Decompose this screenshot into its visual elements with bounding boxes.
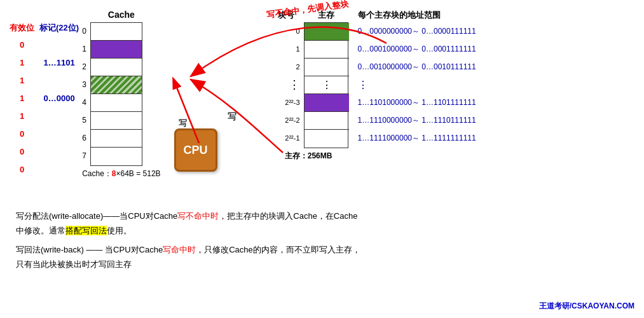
cache-block-6 — [91, 130, 142, 148]
mem-num-1: 1 — [296, 40, 301, 58]
tag-bit-1: 1…1101 — [43, 53, 74, 71]
cache-line-num-3: 3 — [82, 76, 88, 93]
cache-section: Cache 0 1 2 3 4 5 6 7 — [82, 10, 160, 179]
main-container: 有效位 0 1 1 1 1 0 0 0 标记(22位) 1…1101 0…000… — [0, 0, 644, 282]
cache-caption-text: Cache：8×64B = 512B — [82, 169, 160, 178]
mem-num-2: 2 — [296, 58, 301, 76]
addr-row-1: 0…0001000000～ 0…0001111111 — [355, 40, 476, 58]
main-mem-header: 主存 — [304, 10, 348, 21]
left-panel: 有效位 0 1 1 1 1 0 0 0 标记(22位) 1…1101 0…000… — [10, 22, 79, 178]
cache-block-1 — [91, 41, 142, 59]
memory-section: 块号 主存 0 1 2 ⋮ 2²²-3 2²²-2 2²²-1 ⋮ — [269, 10, 348, 162]
addr-section: 每个主存块的地址范围 0…0000000000～ 0…0000111111 0…… — [355, 10, 476, 147]
wb-highlight: 写命中时 — [163, 245, 196, 254]
addr-row-5: 1…1111000000～ 1…1111111111 — [355, 129, 476, 147]
valid-bit-4: 1 — [20, 107, 24, 125]
mem-table: 0 1 2 ⋮ 2²²-3 2²²-2 2²²-1 ⋮ — [269, 22, 348, 148]
cache-line-num-2: 2 — [82, 58, 88, 76]
tag-header: 标记(22位) — [39, 22, 79, 34]
valid-bit-0: 0 — [20, 36, 24, 53]
mem-num-exp3: 2²²-3 — [285, 93, 301, 111]
cache-line-nums: 0 1 2 3 4 5 6 7 — [82, 22, 88, 166]
addr-row-3: 1…1101000000～ 1…1101111111 — [355, 93, 476, 111]
wa-suffix: 使用。 — [107, 226, 132, 235]
mem-table-header: 块号 主存 — [269, 10, 348, 21]
mem-block-1 — [305, 41, 349, 59]
write-back-text: 写回法(write-back) —— 当CPU对Cache写命中时，只修改Cac… — [16, 242, 634, 272]
valid-bit-7: 0 — [20, 160, 24, 178]
tag-bit-3: 0…0000 — [43, 89, 74, 107]
cache-block-7 — [91, 148, 142, 165]
mem-num-dots: ⋮ — [289, 76, 301, 93]
cache-line-num-6: 6 — [82, 129, 88, 147]
valid-bit-3: 1 — [20, 89, 24, 107]
cache-line-num-0: 0 — [82, 22, 88, 40]
addr-range-header: 每个主存块的地址范围 — [358, 10, 476, 21]
mem-blocks: ⋮ — [304, 22, 348, 148]
watermark: 王道考研/CSKAOYAN.COM — [539, 301, 634, 312]
addr-dots: ⋮ — [355, 76, 476, 93]
mem-num-exp2: 2²²-2 — [285, 111, 301, 129]
valid-bit-5: 0 — [20, 125, 24, 142]
valid-bit-6: 0 — [20, 142, 24, 160]
valid-header: 有效位 — [10, 22, 34, 34]
addr-row-4: 1…1110000000～ 1…1110111111 — [355, 111, 476, 129]
mem-block-nums: 0 1 2 ⋮ 2²²-3 2²²-2 2²²-1 — [269, 22, 304, 148]
mem-block-0 — [305, 23, 349, 41]
mem-num-0: 0 — [296, 22, 301, 40]
mem-block-exp1 — [305, 130, 349, 148]
wa-highlight2: 搭配写回法 — [65, 226, 107, 235]
cache-table: 0 1 2 3 4 5 6 7 — [82, 22, 160, 166]
cache-line-num-7: 7 — [82, 147, 88, 165]
cache-block-2 — [91, 59, 142, 76]
wa-prefix: 写分配法(write-allocate)——当CPU对Cache — [16, 211, 177, 221]
cache-line-num-1: 1 — [82, 40, 88, 58]
arrows-svg — [167, 6, 269, 191]
arrow-cpu-area: CPU 写 — [167, 6, 269, 191]
valid-bit-2: 1 — [20, 71, 24, 89]
mem-num-exp1: 2²²-1 — [285, 129, 301, 147]
cache-block-4 — [91, 94, 142, 112]
bottom-section: 写分配法(write-allocate)——当CPU对Cache写不命中时，把主… — [10, 209, 634, 276]
addr-row-0: 0…0000000000～ 0…0000111111 — [355, 22, 476, 40]
cache-line-num-5: 5 — [82, 111, 88, 129]
wa-highlight: 写不命中时 — [177, 211, 219, 221]
cache-block-5 — [91, 112, 142, 130]
mem-caption: 主存：256MB — [269, 151, 348, 162]
write-allocate-text: 写分配法(write-allocate)——当CPU对Cache写不命中时，把主… — [16, 209, 634, 238]
cache-block-0 — [91, 23, 142, 41]
cache-caption: Cache：8×64B = 512B — [82, 169, 160, 179]
cache-line-num-4: 4 — [82, 93, 88, 111]
mem-block-dots: ⋮ — [305, 76, 349, 94]
wb-prefix: 写回法(write-back) —— 当CPU对Cache — [16, 245, 163, 254]
valid-bits-column: 有效位 0 1 1 1 1 0 0 0 — [10, 22, 34, 178]
cache-title: Cache — [82, 10, 160, 20]
valid-bit-1: 1 — [20, 53, 24, 71]
addr-rows: 0…0000000000～ 0…0000111111 0…0001000000～… — [355, 22, 476, 147]
cache-blocks — [90, 22, 142, 166]
svg-line-0 — [174, 80, 199, 143]
addr-row-2: 0…0010000000～ 0…0010111111 — [355, 58, 476, 76]
block-num-header: 块号 — [269, 10, 304, 21]
tag-bits-column: 标记(22位) 1…1101 0…0000 — [39, 22, 79, 178]
cache-block-3 — [91, 76, 142, 94]
mem-block-exp2 — [305, 112, 349, 130]
mem-block-2 — [305, 59, 349, 76]
top-section: 有效位 0 1 1 1 1 0 0 0 标记(22位) 1…1101 0…000… — [10, 6, 634, 204]
mem-block-exp3 — [305, 94, 349, 112]
